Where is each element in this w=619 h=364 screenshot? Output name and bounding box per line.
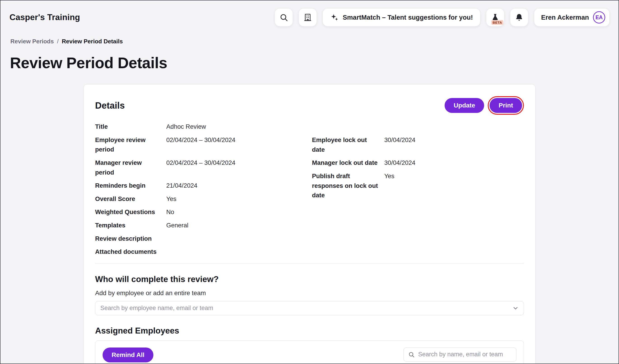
breadcrumb-separator: / [57,38,58,45]
field-row-overall-score: Overall Score Yes [95,194,312,204]
app-window: Casper's Training [0,0,619,364]
details-fields: Title Adhoc Review Employee review perio… [95,122,524,260]
field-value [166,234,312,244]
user-menu-button[interactable]: Eren Ackerman EA [534,8,609,27]
notifications-button[interactable] [510,8,528,27]
search-button[interactable] [275,8,293,27]
field-row-attached-documents: Attached documents [95,247,312,257]
field-row-employee-lock-out-date: Employee lock out date 30/04/2024 [312,135,524,154]
field-value: 21/04/2024 [166,181,312,190]
field-value: Yes [384,171,524,200]
sparkle-icon [330,13,339,22]
field-label: Title [95,122,166,132]
topbar-actions: SmartMatch – Talent suggestions for you!… [275,8,609,27]
search-icon [279,13,288,22]
field-label: Publish draft responses on lock out date [312,171,384,200]
field-row-employee-review-period: Employee review period 02/04/2024 – 30/0… [95,135,312,154]
user-name: Eren Ackerman [541,14,589,21]
remind-all-button[interactable]: Remind All [103,348,153,363]
field-row-title: Title Adhoc Review [95,122,312,132]
field-value: Adhoc Review [166,122,312,132]
details-fields-left: Title Adhoc Review Employee review perio… [95,122,312,260]
field-row-weighted-questions: Weighted Questions No [95,207,312,217]
breadcrumb-current: Review Period Details [62,38,123,45]
field-value: No [166,207,312,217]
search-icon [408,351,415,358]
field-label: Attached documents [95,247,166,257]
assigned-search-input[interactable] [404,348,516,362]
field-label: Reminders begin [95,181,166,190]
field-label: Manager review period [95,158,166,177]
assigned-search[interactable] [404,348,516,362]
field-label: Weighted Questions [95,207,166,217]
field-row-review-description: Review description [95,234,312,244]
details-fields-right: Employee lock out date 30/04/2024 Manage… [312,122,524,260]
employee-team-search-input[interactable] [95,301,524,315]
field-label: Employee review period [95,135,166,154]
field-value [166,247,312,257]
field-row-publish-draft-responses: Publish draft responses on lock out date… [312,171,524,200]
details-card: Details Update Print Title Adhoc Review … [84,84,535,364]
who-section-heading: Who will complete this review? [95,275,524,284]
topbar: Casper's Training [0,0,619,34]
field-value: General [166,221,312,230]
employee-team-search[interactable] [95,301,524,315]
details-heading: Details [95,100,125,111]
details-card-header: Details Update Print [95,96,524,115]
field-row-manager-lock-out-date: Manager lock out date 30/04/2024 [312,158,524,168]
field-value: Yes [166,194,312,204]
avatar: EA [593,11,605,24]
field-label: Employee lock out date [312,135,384,154]
who-section-subtext: Add by employee or add an entire team [95,289,524,297]
labs-button[interactable]: BETA [486,8,504,27]
section-divider [95,264,524,264]
field-row-templates: Templates General [95,221,312,230]
field-row-manager-review-period: Manager review period 02/04/2024 – 30/04… [95,158,312,177]
chevron-down-icon [512,305,519,312]
organisation-button[interactable] [299,8,317,27]
beta-badge: BETA [491,20,504,25]
print-highlight-ring: Print [488,96,524,115]
breadcrumb-review-periods[interactable]: Review Periods [10,38,54,45]
field-label: Manager lock out date [312,158,384,168]
page-title: Review Period Details [0,45,619,72]
print-button[interactable]: Print [490,98,522,113]
assigned-employees-panel: Remind All [95,340,524,364]
field-row-reminders-begin: Reminders begin 21/04/2024 [95,181,312,190]
update-button[interactable]: Update [445,98,484,113]
details-card-actions: Update Print [445,96,524,115]
field-value: 30/04/2024 [384,158,524,168]
assigned-section-heading: Assigned Employees [95,326,524,336]
smartmatch-label: SmartMatch – Talent suggestions for you! [343,14,473,21]
bell-icon [515,13,524,22]
smartmatch-button[interactable]: SmartMatch – Talent suggestions for you! [323,8,480,27]
field-label: Overall Score [95,194,166,204]
field-value: 30/04/2024 [384,135,524,154]
field-value: 02/04/2024 – 30/04/2024 [166,158,312,177]
field-label: Templates [95,221,166,230]
field-label: Review description [95,234,166,244]
breadcrumb: Review Periods / Review Period Details [0,34,619,45]
building-icon [303,13,312,22]
app-title: Casper's Training [10,13,80,22]
field-value: 02/04/2024 – 30/04/2024 [166,135,312,154]
